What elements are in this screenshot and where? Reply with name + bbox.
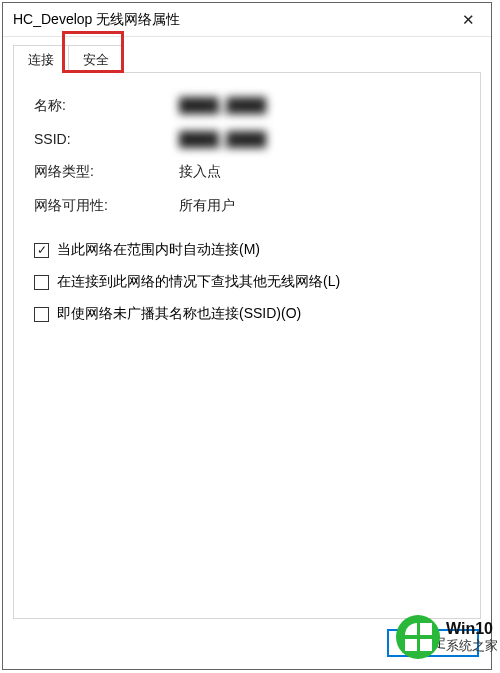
checkbox-connect-hidden[interactable] (34, 307, 49, 322)
tab-connection[interactable]: 连接 (13, 45, 69, 73)
field-label-name: 名称: (34, 97, 179, 115)
checkbox-find-other[interactable] (34, 275, 49, 290)
checkbox-row-find-other[interactable]: 在连接到此网络的情况下查找其他无线网络(L) (34, 273, 460, 291)
checkbox-row-auto-connect[interactable]: 当此网络在范围内时自动连接(M) (34, 241, 460, 259)
field-value-availability: 所有用户 (179, 197, 460, 215)
watermark-line1: Win10 (446, 620, 498, 638)
close-icon: ✕ (462, 11, 475, 29)
checkbox-label-connect-hidden: 即使网络未广播其名称也连接(SSID)(O) (57, 305, 301, 323)
tab-label: 安全 (83, 52, 109, 67)
watermark: Win10 系统之家 (396, 615, 500, 659)
checkbox-label-auto-connect: 当此网络在范围内时自动连接(M) (57, 241, 260, 259)
field-label-ssid: SSID: (34, 131, 179, 147)
spacer (34, 231, 460, 241)
checkbox-row-connect-hidden[interactable]: 即使网络未广播其名称也连接(SSID)(O) (34, 305, 460, 323)
watermark-line2: 系统之家 (446, 639, 498, 654)
watermark-text: Win10 系统之家 (446, 620, 498, 653)
field-availability: 网络可用性: 所有用户 (34, 197, 460, 215)
field-label-availability: 网络可用性: (34, 197, 179, 215)
field-value-name: ████_████ (179, 97, 460, 115)
dialog-window: HC_Develop 无线网络属性 ✕ 连接 安全 名称: ████_████ … (2, 2, 492, 670)
field-name: 名称: ████_████ (34, 97, 460, 115)
tab-security[interactable]: 安全 (68, 45, 124, 73)
titlebar: HC_Develop 无线网络属性 ✕ (3, 3, 491, 37)
field-value-network-type: 接入点 (179, 163, 460, 181)
tab-panel-connection: 名称: ████_████ SSID: ████_████ 网络类型: 接入点 … (13, 72, 481, 619)
field-label-network-type: 网络类型: (34, 163, 179, 181)
field-value-ssid: ████_████ (179, 131, 460, 147)
field-network-type: 网络类型: 接入点 (34, 163, 460, 181)
checkbox-auto-connect[interactable] (34, 243, 49, 258)
tab-label: 连接 (28, 52, 54, 67)
window-title: HC_Develop 无线网络属性 (13, 11, 180, 29)
close-button[interactable]: ✕ (445, 3, 491, 37)
field-ssid: SSID: ████_████ (34, 131, 460, 147)
checkbox-label-find-other: 在连接到此网络的情况下查找其他无线网络(L) (57, 273, 340, 291)
tab-strip: 连接 安全 (13, 45, 481, 73)
watermark-logo-icon (396, 615, 440, 659)
content-area: 连接 安全 名称: ████_████ SSID: ████_████ 网络类型… (3, 37, 491, 669)
